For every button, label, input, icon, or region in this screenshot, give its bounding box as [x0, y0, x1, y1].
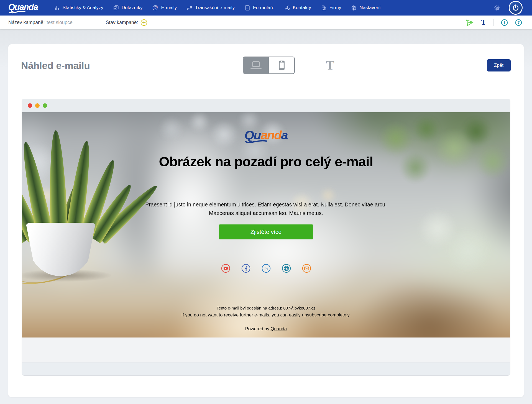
nav-item-transakcni[interactable]: Transakční e-maily	[186, 5, 235, 11]
email-body-spacer	[22, 337, 510, 362]
quanda-logo[interactable]: Quanda	[8, 2, 38, 13]
youtube-icon[interactable]	[221, 264, 230, 273]
nav-label: E-maily	[161, 5, 177, 11]
page-background: Náhled e-mailu T Zpět	[0, 29, 532, 404]
unsubscribe-suffix: .	[349, 312, 351, 317]
nav-label: Kontakty	[293, 5, 311, 11]
website-globe-icon[interactable]	[282, 264, 291, 273]
nav-label: Formuláře	[253, 5, 274, 11]
gear-icon	[351, 5, 357, 11]
back-button[interactable]: Zpět	[487, 59, 511, 71]
app-window: Quanda Statistiky & Analýzy	[0, 0, 532, 404]
nav-item-statistiky[interactable]: Statistiky & Analýzy	[54, 5, 103, 11]
powered-by-link[interactable]: Quanda	[271, 326, 287, 331]
email-heading: Obrázek na pozadí pro celý e-mail	[144, 154, 388, 170]
info-icon[interactable]	[501, 19, 508, 26]
laptop-icon	[250, 61, 262, 70]
nav-label: Dotazníky	[122, 5, 143, 11]
nav-right-actions	[493, 1, 523, 15]
logo-part-blue2: a	[281, 128, 288, 142]
nav-label: Firmy	[329, 5, 341, 11]
logo-swoosh-icon	[244, 139, 268, 144]
chrome-dot-orange	[35, 103, 40, 108]
text-version-icon[interactable]: T	[481, 18, 486, 26]
svg-text:in: in	[264, 267, 268, 271]
browser-chrome	[22, 99, 510, 112]
powered-by-line: Powered by Quanda	[22, 326, 510, 331]
help-icon[interactable]: ?	[515, 19, 522, 26]
settings-gear-icon[interactable]	[493, 4, 500, 11]
chrome-dot-red	[28, 103, 32, 108]
text-preview-icon[interactable]: T	[326, 59, 334, 72]
at-sign-icon: @	[152, 4, 158, 11]
chrome-dot-green	[43, 103, 47, 108]
cta-button[interactable]: Zjistěte více	[219, 224, 313, 239]
facebook-icon[interactable]	[241, 264, 250, 273]
unsubscribe-link[interactable]: unsubscribe completely	[302, 312, 349, 317]
email-card-footer	[22, 362, 510, 376]
email-background-image: Quanda Obrázek na pozadí pro celý e-mail…	[22, 112, 510, 337]
bar-chart-icon	[54, 5, 60, 11]
nav-item-nastaveni[interactable]: Nastavení	[351, 5, 381, 11]
nav-item-formulare[interactable]: Formuláře	[244, 5, 274, 11]
top-nav: Quanda Statistiky & Analýzy	[0, 0, 532, 16]
email-preview-card: Quanda Obrázek na pozadí pro celý e-mail…	[22, 99, 510, 376]
logo-swoosh-icon	[9, 10, 26, 14]
email-body-text: Praesent id justo in neque elementum ult…	[137, 200, 395, 218]
send-test-icon[interactable]	[466, 19, 474, 26]
nav-item-emaily[interactable]: @ E-maily	[152, 4, 177, 11]
power-icon	[512, 4, 519, 11]
nav-label: Transakční e-maily	[195, 5, 235, 11]
unsubscribe-line: If you do not want to receive further e-…	[22, 312, 510, 318]
smartphone-icon	[278, 60, 285, 71]
contacts-icon	[284, 5, 290, 11]
nav-item-dotazniky[interactable]: Dotazníky	[113, 5, 143, 11]
preview-panel: Náhled e-mailu T Zpět	[8, 44, 524, 397]
device-preview-toggle	[243, 57, 295, 74]
toolbar-actions: T ?	[466, 19, 522, 26]
nav-label: Nastavení	[359, 5, 381, 11]
svg-text:@: @	[152, 4, 158, 11]
nav-label: Statistiky & Analýzy	[62, 5, 103, 11]
nav-item-kontakty[interactable]: Kontakty	[284, 5, 311, 11]
nav-item-firmy[interactable]: Firmy	[321, 5, 341, 11]
campaign-status-add-icon[interactable]	[140, 19, 147, 26]
powered-prefix: Powered by	[245, 326, 271, 331]
building-icon	[321, 5, 327, 11]
email-brand-logo: Quanda	[22, 129, 510, 143]
survey-check-icon	[113, 5, 119, 11]
toolbar-divider	[493, 19, 494, 26]
desktop-preview-button[interactable]	[243, 57, 269, 73]
sliders-icon	[186, 5, 193, 11]
form-icon	[244, 5, 250, 11]
campaign-name-value: test sloupce	[47, 20, 72, 25]
mobile-preview-button[interactable]	[269, 57, 294, 73]
email-content: Quanda Obrázek na pozadí pro celý e-mail…	[22, 112, 510, 337]
user-avatar[interactable]	[509, 1, 523, 15]
campaign-toolbar: Název kampaně: test sloupce Stav kampaně…	[0, 16, 532, 29]
sent-to-line: Tento e-mail byl odeslán na adresu: 007@…	[22, 306, 510, 310]
linkedin-icon[interactable]: in	[262, 264, 271, 273]
unsubscribe-prefix: If you do not want to receive further e-…	[181, 312, 302, 317]
main-menu: Statistiky & Analýzy Dotazníky @ E-maily	[54, 4, 380, 11]
campaign-status-label: Stav kampaně:	[106, 20, 138, 25]
campaign-name-label: Název kampaně:	[8, 20, 45, 25]
svg-text:?: ?	[517, 20, 520, 25]
social-links-row: in	[22, 264, 510, 273]
page-title: Náhled e-mailu	[21, 60, 90, 71]
email-envelope-icon[interactable]	[302, 264, 311, 273]
